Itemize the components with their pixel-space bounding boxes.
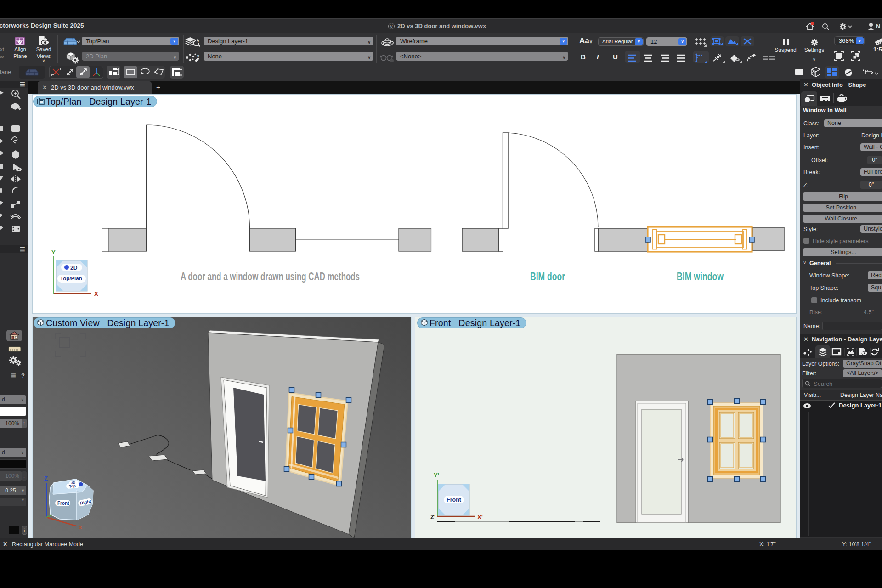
svg-text:Y': Y' (434, 472, 439, 479)
svg-text:I↗: I↗ (11, 333, 14, 336)
svg-text:X: X (94, 290, 98, 297)
svg-text:3D: 3D (71, 481, 76, 485)
svg-text:Y: Y (51, 249, 56, 256)
svg-text:2D: 2D (70, 265, 78, 271)
svg-text:BIM door: BIM door (530, 270, 565, 283)
svg-text:N: N (876, 23, 880, 30)
svg-text:A door and a window drawn usin: A door and a window drawn using CAD meth… (181, 270, 360, 283)
svg-text:Z: Z (44, 475, 48, 482)
svg-text:BIM window: BIM window (677, 270, 724, 283)
svg-text:Front: Front (57, 501, 69, 506)
svg-text:Front: Front (447, 497, 462, 503)
svg-text:X': X' (477, 514, 483, 520)
svg-text:x: x (79, 524, 82, 531)
svg-text:Top/Plan: Top/Plan (60, 276, 82, 281)
svg-text:Z': Z' (430, 514, 435, 520)
